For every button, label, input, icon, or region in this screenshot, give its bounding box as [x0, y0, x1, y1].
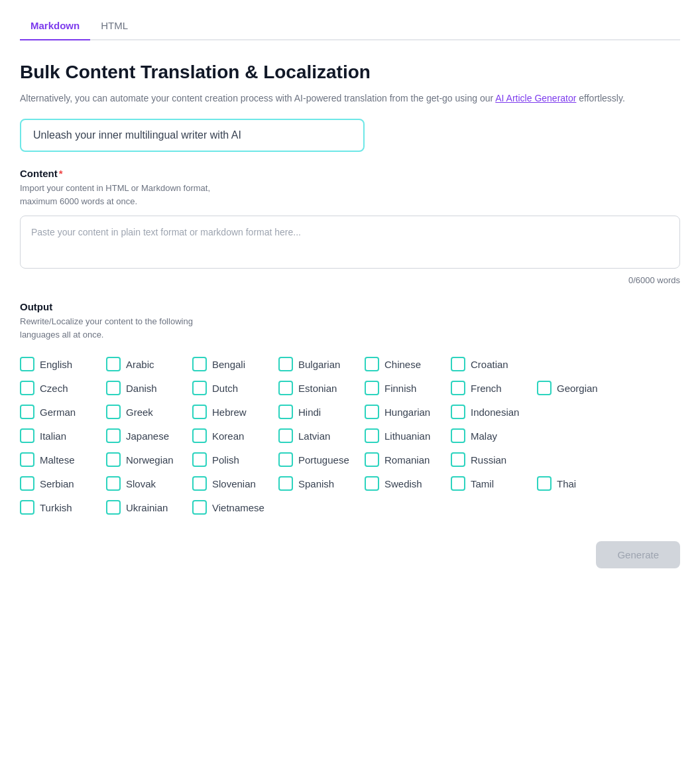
lang-checkbox-lithuanian[interactable]	[365, 428, 379, 443]
lang-checkbox-arabic[interactable]	[106, 357, 121, 371]
lang-checkbox-ukrainian[interactable]	[106, 500, 121, 515]
lang-checkbox-dutch[interactable]	[192, 381, 207, 395]
lang-item-czech[interactable]: Czech	[20, 381, 106, 395]
lang-checkbox-chinese[interactable]	[365, 357, 379, 371]
lang-checkbox-malay[interactable]	[451, 428, 465, 443]
lang-item-norwegian[interactable]: Norwegian	[106, 452, 192, 467]
lang-item-ukrainian[interactable]: Ukrainian	[106, 500, 192, 515]
language-row-4: MalteseNorwegianPolishPortugueseRomanian…	[20, 452, 680, 467]
lang-item-italian[interactable]: Italian	[20, 428, 106, 443]
lang-item-russian[interactable]: Russian	[451, 452, 537, 467]
lang-checkbox-hebrew[interactable]	[192, 405, 207, 419]
lang-item-french[interactable]: French	[451, 381, 537, 395]
lang-checkbox-bengali[interactable]	[192, 357, 207, 371]
lang-item-arabic[interactable]: Arabic	[106, 357, 192, 371]
language-row-1: CzechDanishDutchEstonianFinnishFrenchGeo…	[20, 381, 680, 395]
lang-label-ukrainian: Ukrainian	[126, 502, 168, 513]
lang-item-chinese[interactable]: Chinese	[365, 357, 451, 371]
lang-checkbox-russian[interactable]	[451, 452, 465, 467]
lang-item-bengali[interactable]: Bengali	[192, 357, 278, 371]
lang-item-swedish[interactable]: Swedish	[365, 476, 451, 491]
lang-label-finnish: Finnish	[384, 383, 416, 394]
lang-item-lithuanian[interactable]: Lithuanian	[365, 428, 451, 443]
lang-item-maltese[interactable]: Maltese	[20, 452, 106, 467]
lang-checkbox-croatian[interactable]	[451, 357, 465, 371]
lang-item-japanese[interactable]: Japanese	[106, 428, 192, 443]
lang-item-portuguese[interactable]: Portuguese	[278, 452, 365, 467]
lang-checkbox-estonian[interactable]	[278, 381, 293, 395]
lang-checkbox-german[interactable]	[20, 405, 34, 419]
lang-item-slovenian[interactable]: Slovenian	[192, 476, 278, 491]
lang-item-malay[interactable]: Malay	[451, 428, 537, 443]
lang-label-hindi: Hindi	[298, 407, 321, 418]
lang-label-turkish: Turkish	[40, 502, 72, 513]
lang-item-spanish[interactable]: Spanish	[278, 476, 365, 491]
tab-html[interactable]: HTML	[90, 13, 139, 40]
lang-checkbox-spanish[interactable]	[278, 476, 293, 491]
lang-label-greek: Greek	[126, 407, 153, 418]
lang-checkbox-portuguese[interactable]	[278, 452, 293, 467]
lang-checkbox-italian[interactable]	[20, 428, 34, 443]
lang-item-georgian[interactable]: Georgian	[537, 381, 623, 395]
lang-item-croatian[interactable]: Croatian	[451, 357, 537, 371]
lang-item-hindi[interactable]: Hindi	[278, 405, 365, 419]
lang-checkbox-english[interactable]	[20, 357, 34, 371]
lang-checkbox-vietnamese[interactable]	[192, 500, 207, 515]
lang-checkbox-georgian[interactable]	[537, 381, 552, 395]
lang-checkbox-hindi[interactable]	[278, 405, 293, 419]
lang-item-english[interactable]: English	[20, 357, 106, 371]
lang-item-romanian[interactable]: Romanian	[365, 452, 451, 467]
lang-checkbox-french[interactable]	[451, 381, 465, 395]
lang-item-korean[interactable]: Korean	[192, 428, 278, 443]
lang-item-latvian[interactable]: Latvian	[278, 428, 365, 443]
lang-item-indonesian[interactable]: Indonesian	[451, 405, 537, 419]
lang-label-swedish: Swedish	[384, 478, 422, 489]
lang-checkbox-turkish[interactable]	[20, 500, 34, 515]
lang-checkbox-korean[interactable]	[192, 428, 207, 443]
lang-checkbox-czech[interactable]	[20, 381, 34, 395]
lang-item-hebrew[interactable]: Hebrew	[192, 405, 278, 419]
lang-checkbox-bulgarian[interactable]	[278, 357, 293, 371]
lang-item-vietnamese[interactable]: Vietnamese	[192, 500, 278, 515]
lang-item-danish[interactable]: Danish	[106, 381, 192, 395]
tab-markdown[interactable]: Markdown	[20, 13, 90, 40]
lang-checkbox-polish[interactable]	[192, 452, 207, 467]
lang-checkbox-tamil[interactable]	[451, 476, 465, 491]
lang-checkbox-finnish[interactable]	[365, 381, 379, 395]
ai-article-generator-link[interactable]: AI Article Generator	[495, 93, 576, 103]
language-row-0: EnglishArabicBengaliBulgarianChineseCroa…	[20, 357, 680, 371]
lang-checkbox-romanian[interactable]	[365, 452, 379, 467]
lang-item-bulgarian[interactable]: Bulgarian	[278, 357, 365, 371]
lang-checkbox-indonesian[interactable]	[451, 405, 465, 419]
lang-checkbox-maltese[interactable]	[20, 452, 34, 467]
lang-label-portuguese: Portuguese	[298, 454, 349, 466]
lang-checkbox-hungarian[interactable]	[365, 405, 379, 419]
lang-item-turkish[interactable]: Turkish	[20, 500, 106, 515]
lang-checkbox-norwegian[interactable]	[106, 452, 121, 467]
lang-item-estonian[interactable]: Estonian	[278, 381, 365, 395]
lang-label-slovenian: Slovenian	[212, 478, 256, 489]
lang-item-hungarian[interactable]: Hungarian	[365, 405, 451, 419]
lang-label-bulgarian: Bulgarian	[298, 359, 340, 370]
lang-checkbox-swedish[interactable]	[365, 476, 379, 491]
lang-item-polish[interactable]: Polish	[192, 452, 278, 467]
lang-checkbox-thai[interactable]	[537, 476, 552, 491]
lang-checkbox-greek[interactable]	[106, 405, 121, 419]
lang-checkbox-slovak[interactable]	[106, 476, 121, 491]
lang-item-greek[interactable]: Greek	[106, 405, 192, 419]
lang-item-thai[interactable]: Thai	[537, 476, 623, 491]
lang-item-finnish[interactable]: Finnish	[365, 381, 451, 395]
lang-item-serbian[interactable]: Serbian	[20, 476, 106, 491]
lang-item-slovak[interactable]: Slovak	[106, 476, 192, 491]
lang-checkbox-japanese[interactable]	[106, 428, 121, 443]
lang-item-tamil[interactable]: Tamil	[451, 476, 537, 491]
lang-checkbox-latvian[interactable]	[278, 428, 293, 443]
title-input[interactable]	[20, 119, 365, 152]
lang-checkbox-slovenian[interactable]	[192, 476, 207, 491]
lang-checkbox-danish[interactable]	[106, 381, 121, 395]
lang-item-german[interactable]: German	[20, 405, 106, 419]
lang-checkbox-serbian[interactable]	[20, 476, 34, 491]
content-textarea[interactable]	[20, 216, 680, 269]
lang-item-dutch[interactable]: Dutch	[192, 381, 278, 395]
generate-button[interactable]: Generate	[596, 541, 680, 568]
